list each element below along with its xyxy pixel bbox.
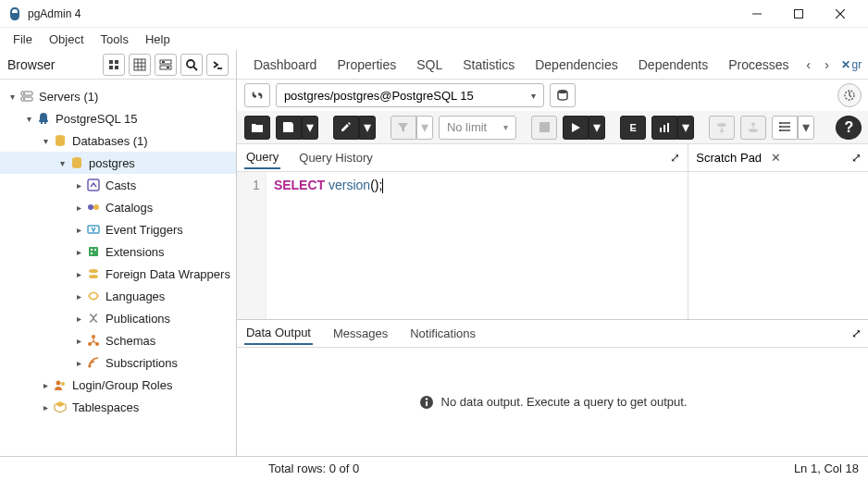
explain-button[interactable]: E: [620, 116, 646, 140]
browser-search-button[interactable]: [180, 54, 203, 76]
filter-dropdown[interactable]: ▾: [416, 116, 433, 140]
tree-publications[interactable]: ▸Publications: [0, 307, 236, 329]
tree-languages[interactable]: ▸Languages: [0, 285, 236, 307]
browser-filter-button[interactable]: [155, 54, 177, 76]
tree-subscriptions[interactable]: ▸Subscriptions: [0, 351, 236, 374]
edit-button[interactable]: [333, 116, 359, 140]
chevron-right-icon[interactable]: ▸: [72, 247, 85, 257]
tab-data-output[interactable]: Data Output: [244, 322, 313, 345]
chevron-right-icon[interactable]: ▸: [72, 225, 85, 235]
maximize-button[interactable]: [777, 1, 819, 27]
chevron-right-icon[interactable]: ▸: [39, 402, 52, 412]
sql-function: version: [329, 178, 370, 192]
svg-rect-30: [89, 247, 98, 256]
commit-button[interactable]: [709, 116, 735, 140]
chevron-down-icon[interactable]: ▾: [39, 136, 52, 146]
tab-statistics[interactable]: Statistics: [453, 54, 524, 76]
macros-dropdown[interactable]: ▾: [798, 116, 814, 140]
chevron-down-icon[interactable]: ▾: [56, 158, 68, 168]
expand-output-icon[interactable]: ⤢: [851, 326, 862, 340]
tabs-scroll-left[interactable]: ‹: [800, 57, 817, 72]
chevron-right-icon[interactable]: ▸: [72, 203, 85, 213]
save-dropdown[interactable]: ▾: [302, 116, 318, 140]
stop-button[interactable]: [531, 116, 557, 140]
expand-scratch-icon[interactable]: ⤢: [851, 151, 862, 165]
chevron-down-icon[interactable]: ▾: [22, 114, 35, 124]
execute-button[interactable]: [563, 116, 589, 140]
tree-casts[interactable]: ▸Casts: [0, 174, 236, 196]
tab-query[interactable]: Query: [244, 146, 280, 169]
help-round-button[interactable]: [837, 83, 862, 107]
rollback-button[interactable]: [740, 116, 766, 140]
query-tool-tab[interactable]: ✕gr: [841, 58, 862, 71]
tree-login-roles[interactable]: ▸Login/Group Roles: [0, 374, 236, 396]
tree-label: Publications: [105, 312, 170, 326]
macros-button[interactable]: [772, 116, 798, 140]
expand-editor-icon[interactable]: ⤢: [670, 151, 680, 165]
output-panel: Data Output Messages Notifications ⤢ No …: [237, 319, 868, 456]
tree-tablespaces[interactable]: ▸Tablespaces: [0, 396, 236, 418]
tab-messages[interactable]: Messages: [331, 323, 390, 344]
tab-query-history[interactable]: Query History: [297, 147, 374, 168]
chevron-right-icon[interactable]: ▸: [72, 336, 85, 346]
connection-selector[interactable]: postgres/postgres@PostgreSQL 15 ▾: [276, 83, 544, 107]
sql-text[interactable]: SELECT version();: [267, 172, 688, 319]
filter-button[interactable]: [391, 116, 416, 140]
tree-foreign-data-wrappers[interactable]: ▸Foreign Data Wrappers: [0, 263, 236, 285]
menu-help[interactable]: Help: [138, 31, 178, 48]
tab-dependents[interactable]: Dependents: [629, 54, 718, 76]
chevron-right-icon[interactable]: ▸: [39, 380, 52, 390]
svg-point-25: [72, 157, 81, 161]
object-tree[interactable]: ▾ Servers (1) ▾ PostgreSQL 15 ▾ Database…: [0, 80, 236, 456]
tree-server-instance[interactable]: ▾ PostgreSQL 15: [0, 107, 236, 129]
tree-extensions[interactable]: ▸Extensions: [0, 240, 236, 263]
browser-grid-button[interactable]: [129, 54, 151, 76]
query-toolbar: ▾ ▾ ▾ No limit▾ ▾ E ▾ ▾ ?: [237, 111, 868, 144]
close-window-button[interactable]: [819, 1, 861, 27]
chevron-right-icon[interactable]: ▸: [72, 291, 85, 302]
menu-file[interactable]: File: [6, 31, 40, 48]
tabs-scroll-right[interactable]: ›: [819, 57, 836, 72]
explain-analyze-button[interactable]: [651, 116, 677, 140]
sql-editor[interactable]: 1 SELECT version();: [237, 172, 688, 319]
tree-catalogs[interactable]: ▸Catalogs: [0, 196, 236, 218]
tree-schemas[interactable]: ▸Schemas: [0, 329, 236, 351]
database-icon: [52, 132, 68, 149]
menu-tools[interactable]: Tools: [93, 31, 136, 48]
chevron-right-icon[interactable]: ▸: [72, 358, 85, 368]
chevron-right-icon[interactable]: ▸: [72, 314, 85, 324]
menu-object[interactable]: Object: [42, 31, 92, 48]
tab-sql[interactable]: SQL: [407, 54, 452, 76]
minimize-button[interactable]: [736, 1, 777, 27]
tab-dependencies[interactable]: Dependencies: [526, 54, 627, 76]
tab-notifications[interactable]: Notifications: [408, 323, 477, 344]
chevron-right-icon[interactable]: ▸: [72, 180, 85, 191]
explain-analyze-dropdown[interactable]: ▾: [677, 116, 694, 140]
chevron-down-icon[interactable]: ▾: [6, 92, 19, 102]
execute-dropdown[interactable]: ▾: [589, 116, 605, 140]
new-connection-button[interactable]: [550, 83, 576, 107]
tree-databases[interactable]: ▾ Databases (1): [0, 129, 236, 152]
close-icon[interactable]: ✕: [841, 58, 850, 71]
svg-rect-47: [667, 123, 669, 132]
chevron-right-icon[interactable]: ▸: [72, 269, 85, 279]
browser-terminal-button[interactable]: [206, 54, 229, 76]
edit-dropdown[interactable]: ▾: [359, 116, 376, 140]
tab-dashboard[interactable]: Dashboard: [244, 54, 327, 76]
save-button[interactable]: [276, 116, 302, 140]
svg-rect-13: [160, 60, 171, 64]
tree-event-triggers[interactable]: ▸Event Triggers: [0, 218, 236, 240]
scratch-pad-body[interactable]: [688, 172, 868, 319]
tab-properties[interactable]: Properties: [328, 54, 405, 76]
close-scratch-pad-icon[interactable]: ✕: [771, 151, 781, 165]
browser-properties-button[interactable]: [103, 54, 125, 76]
connection-status-button[interactable]: [244, 83, 270, 107]
tab-processes[interactable]: Processes: [719, 54, 798, 76]
extensions-icon: [85, 243, 102, 260]
open-file-button[interactable]: [244, 116, 270, 140]
limit-selector[interactable]: No limit▾: [439, 116, 516, 140]
tree-servers[interactable]: ▾ Servers (1): [0, 85, 236, 107]
toolbar-help-button[interactable]: ?: [836, 116, 862, 140]
status-bar: Total rows: 0 of 0 Ln 1, Col 18: [0, 456, 868, 480]
tree-database-postgres[interactable]: ▾ postgres: [0, 152, 236, 174]
